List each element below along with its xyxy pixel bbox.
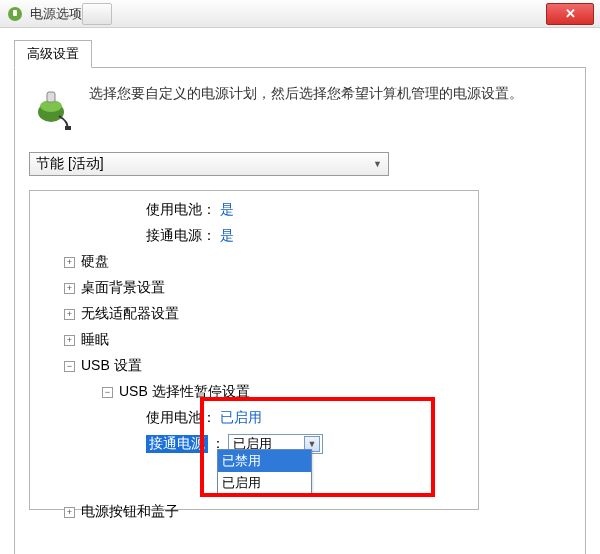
label: USB 设置: [81, 357, 142, 375]
label: 接通电源：: [146, 227, 216, 245]
title-bar: 电源选项 ✕: [0, 0, 600, 28]
svg-rect-5: [65, 126, 71, 130]
plan-select[interactable]: 节能 [活动] ▼: [29, 152, 389, 176]
value-link[interactable]: 是: [220, 201, 234, 219]
expand-icon[interactable]: +: [64, 257, 75, 268]
collapse-icon[interactable]: −: [64, 361, 75, 372]
label: 桌面背景设置: [81, 279, 165, 297]
label-selected: 接通电源: [146, 435, 208, 453]
window-title: 电源选项: [30, 5, 82, 23]
tab-panel: 选择您要自定义的电源计划，然后选择您希望计算机管理的电源设置。 节能 [活动] …: [14, 67, 586, 554]
tab-label: 高级设置: [27, 46, 79, 61]
intro-row: 选择您要自定义的电源计划，然后选择您希望计算机管理的电源设置。: [29, 82, 571, 130]
tab-advanced[interactable]: 高级设置: [14, 40, 92, 68]
tree-item-power-button[interactable]: + 电源按钮和盖子: [34, 499, 474, 525]
label: USB 选择性暂停设置: [119, 383, 250, 401]
usb-battery-row[interactable]: 使用电池： 已启用: [34, 405, 474, 431]
svg-rect-4: [47, 92, 55, 102]
usb-ac-dropdown-list[interactable]: 已禁用 已启用: [217, 449, 312, 495]
minimize-button[interactable]: [82, 3, 112, 25]
power-plan-icon: [29, 82, 77, 130]
label: 睡眠: [81, 331, 109, 349]
label: 使用电池：: [146, 201, 216, 219]
tree-item-usb[interactable]: − USB 设置: [34, 353, 474, 379]
svg-rect-1: [13, 10, 17, 16]
close-button[interactable]: ✕: [546, 3, 594, 25]
expand-icon[interactable]: +: [64, 335, 75, 346]
label: 使用电池：: [146, 409, 216, 427]
settings-tree: 使用电池： 是 接通电源： 是 + 硬盘 + 桌面背景设置 + 无线适配器设置 …: [29, 190, 479, 510]
tree-item-desktop-bg[interactable]: + 桌面背景设置: [34, 275, 474, 301]
tree-item-wireless[interactable]: + 无线适配器设置: [34, 301, 474, 327]
expand-icon[interactable]: +: [64, 507, 75, 518]
expand-icon[interactable]: +: [64, 309, 75, 320]
power-plug-icon: [6, 5, 24, 23]
intro-text: 选择您要自定义的电源计划，然后选择您希望计算机管理的电源设置。: [89, 82, 523, 104]
label: 硬盘: [81, 253, 109, 271]
root-ac-row[interactable]: 接通电源： 是: [34, 223, 474, 249]
tabs: 高级设置 选择您要自定义的电源计划，然后选择您希望计算机管理的电源设置。 节能 …: [14, 40, 586, 554]
expand-icon[interactable]: +: [64, 283, 75, 294]
dropdown-option-enabled[interactable]: 已启用: [218, 472, 311, 494]
dropdown-option-disabled[interactable]: 已禁用: [218, 450, 311, 472]
root-battery-row[interactable]: 使用电池： 是: [34, 197, 474, 223]
chevron-down-icon: ▼: [373, 159, 382, 169]
tree-item-usb-suspend[interactable]: − USB 选择性暂停设置: [34, 379, 474, 405]
close-icon: ✕: [565, 6, 576, 21]
label: 无线适配器设置: [81, 305, 179, 323]
tree-item-sleep[interactable]: + 睡眠: [34, 327, 474, 353]
tree-item-harddisk[interactable]: + 硬盘: [34, 249, 474, 275]
collapse-icon[interactable]: −: [102, 387, 113, 398]
value-link[interactable]: 已启用: [220, 409, 262, 427]
plan-select-value: 节能 [活动]: [36, 155, 104, 173]
value-link[interactable]: 是: [220, 227, 234, 245]
label: 电源按钮和盖子: [81, 503, 179, 521]
